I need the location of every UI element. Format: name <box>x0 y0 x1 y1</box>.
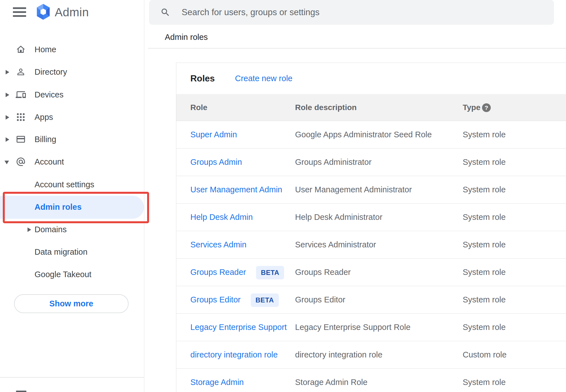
content-divider <box>148 48 566 49</box>
role-description: Google Apps Administrator Seed Role <box>295 121 432 148</box>
role-type: System role <box>463 231 506 258</box>
role-link[interactable]: Groups Admin <box>190 158 242 167</box>
table-row: User Management Admin User Management Ad… <box>176 176 566 204</box>
table-row: Groups Admin Groups Administrator System… <box>176 149 566 176</box>
role-type: System role <box>463 286 506 313</box>
table-row: Groups Reader BETA Groups Reader System … <box>176 259 566 286</box>
role-type: System role <box>463 259 506 286</box>
card-title: Roles <box>190 63 215 94</box>
table-row: Storage Admin Storage Admin Role System … <box>176 369 566 392</box>
role-link[interactable]: User Management Admin <box>190 185 282 194</box>
sidebar-item-home[interactable]: Home <box>0 38 144 61</box>
table-row: Groups Editor BETA Groups Editor System … <box>176 286 566 314</box>
role-type: System role <box>463 176 506 203</box>
sidebar-item-label: Apps <box>35 106 53 128</box>
roles-table-body: Super Admin Google Apps Administrator Se… <box>176 121 566 392</box>
sidebar-item-label: Home <box>35 38 56 61</box>
table-row: Help Desk Admin Help Desk Administrator … <box>176 204 566 231</box>
role-description: Legacy Enterprise Support Role <box>295 314 410 341</box>
app-title: Admin <box>55 6 89 19</box>
table-header-row: Role Role description Type ? <box>176 94 566 121</box>
sidebar-item-label: Google Takeout <box>35 263 92 286</box>
role-type: System role <box>463 204 506 231</box>
role-link[interactable]: directory integration role <box>190 350 278 359</box>
role-type: Custom role <box>463 341 506 368</box>
annotation-highlight-box <box>3 192 149 223</box>
sidebar-item-directory[interactable]: Directory <box>0 61 144 83</box>
sidebar-item-label: Devices <box>35 83 63 106</box>
role-description: Storage Admin Role <box>295 369 368 392</box>
at-icon <box>16 157 26 167</box>
role-description: Groups Editor <box>295 286 345 313</box>
person-icon <box>16 67 26 77</box>
home-icon <box>16 44 26 54</box>
role-description: Help Desk Administrator <box>295 204 382 231</box>
role-link[interactable]: Help Desk Admin <box>190 213 253 222</box>
sidebar-item-data-migration[interactable]: Data migration <box>0 241 144 263</box>
expand-right-icon[interactable] <box>28 227 31 232</box>
apps-icon <box>16 112 26 122</box>
role-link[interactable]: Storage Admin <box>190 378 244 387</box>
sidebar-item-billing[interactable]: Billing <box>0 128 144 151</box>
sidebar-item-google-takeout[interactable]: Google Takeout <box>0 263 144 286</box>
column-header-type: Type <box>463 94 480 121</box>
sidebar-item-label: Account <box>35 151 64 173</box>
card-header: Roles Create new role <box>176 63 566 94</box>
role-type: System role <box>463 369 506 392</box>
search-input[interactable]: Search for users, groups or settings <box>182 0 319 25</box>
column-header-description: Role description <box>295 94 357 121</box>
sidebar-item-account[interactable]: Account <box>0 151 144 173</box>
role-description: Groups Reader <box>295 259 351 286</box>
role-description: Services Administrator <box>295 231 376 258</box>
sidebar-item-apps[interactable]: Apps <box>0 106 144 128</box>
menu-hamburger-icon[interactable] <box>13 7 26 17</box>
sidebar-item-devices[interactable]: Devices <box>0 83 144 106</box>
role-type: System role <box>463 121 506 148</box>
roles-card: Roles Create new role Role Role descript… <box>176 63 566 392</box>
devices-icon <box>16 90 26 100</box>
expand-right-icon[interactable] <box>6 115 9 120</box>
search-icon <box>160 7 170 17</box>
search-bar[interactable]: Search for users, groups or settings <box>149 0 554 25</box>
role-link[interactable]: Groups Reader <box>190 268 246 277</box>
admin-logo-icon <box>36 3 51 20</box>
table-row: directory integration role directory int… <box>176 341 566 369</box>
role-link[interactable]: Services Admin <box>190 240 247 249</box>
role-description: Groups Administrator <box>295 149 371 176</box>
breadcrumb: Admin roles <box>165 33 208 42</box>
partial-bottom-icon <box>16 391 26 392</box>
table-row: Services Admin Services Administrator Sy… <box>176 231 566 259</box>
role-description: User Management Administrator <box>295 176 412 203</box>
show-more-button[interactable]: Show more <box>14 294 129 313</box>
table-row: Super Admin Google Apps Administrator Se… <box>176 121 566 149</box>
sidebar-item-label: Directory <box>35 61 67 83</box>
role-type: System role <box>463 149 506 176</box>
role-type: System role <box>463 314 506 341</box>
beta-badge: BETA <box>251 293 279 307</box>
sidebar-item-label: Data migration <box>35 241 88 263</box>
sidebar-bottom-divider <box>0 377 144 378</box>
column-header-role: Role <box>190 94 207 121</box>
beta-badge: BETA <box>256 266 284 279</box>
credit-card-icon <box>16 134 26 144</box>
expand-right-icon[interactable] <box>6 93 9 97</box>
role-link[interactable]: Super Admin <box>190 130 237 139</box>
expand-right-icon[interactable] <box>6 70 9 74</box>
expand-down-icon[interactable] <box>4 161 9 164</box>
role-link[interactable]: Legacy Enterprise Support <box>190 323 287 332</box>
role-description: directory integration role <box>295 341 382 368</box>
sidebar-item-label: Billing <box>35 128 56 151</box>
expand-right-icon[interactable] <box>6 137 9 142</box>
help-icon[interactable]: ? <box>482 103 491 112</box>
table-row: Legacy Enterprise Support Legacy Enterpr… <box>176 314 566 341</box>
role-link[interactable]: Groups Editor <box>190 295 241 304</box>
create-new-role-link[interactable]: Create new role <box>235 63 293 94</box>
